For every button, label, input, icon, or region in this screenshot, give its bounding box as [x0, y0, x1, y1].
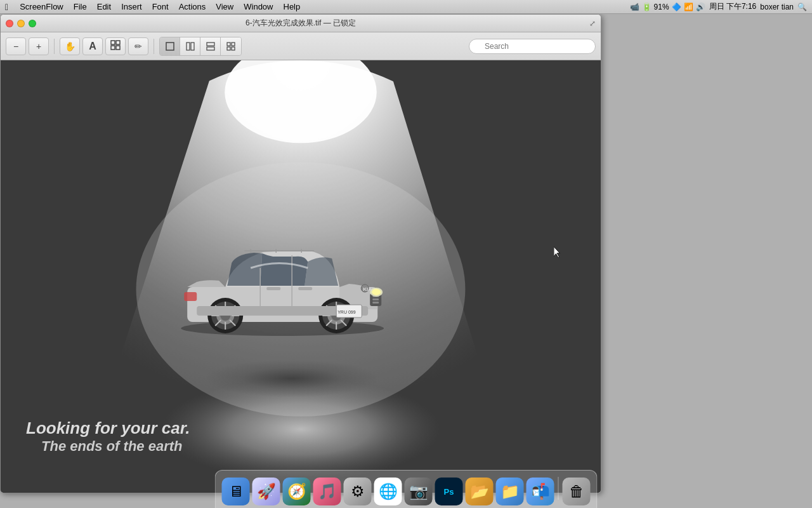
- desktop: [601, 14, 812, 493]
- main-window: 6-汽车光效完成效果.tif — 已锁定 ⤢ − + ✋ A: [0, 14, 601, 493]
- chrome-icon: 🌐: [379, 483, 398, 500]
- zoom-out-icon: −: [13, 41, 18, 51]
- dock-separator: [558, 477, 559, 500]
- volume-icon: 🔊: [696, 3, 705, 11]
- menubar:  ScreenFlow File Edit Insert Font Actio…: [0, 0, 812, 14]
- window-titlebar: 6-汽车光效完成效果.tif — 已锁定 ⤢: [1, 15, 601, 32]
- app2-icon: 📂: [470, 483, 489, 500]
- pan-button[interactable]: ✋: [60, 37, 80, 55]
- window-controls: [6, 20, 36, 27]
- menu-window[interactable]: Window: [239, 0, 278, 14]
- svg-rect-12: [232, 47, 235, 50]
- menu-insert[interactable]: Insert: [116, 0, 147, 14]
- dock-app1[interactable]: 📷: [405, 478, 433, 505]
- ad-tagline-1: Looking for your car.: [26, 418, 190, 438]
- svg-rect-33: [298, 287, 312, 290]
- svg-rect-9: [227, 43, 230, 46]
- minimize-button[interactable]: [17, 20, 25, 27]
- svg-rect-10: [232, 43, 235, 46]
- menu-actions[interactable]: Actions: [174, 0, 211, 14]
- svg-rect-4: [166, 43, 174, 50]
- svg-rect-5: [187, 43, 190, 50]
- dock-itunes[interactable]: 🎵: [313, 478, 341, 505]
- dock-chrome[interactable]: 🌐: [374, 478, 402, 505]
- sysprefs-icon: ⚙: [351, 483, 365, 500]
- maximize-button[interactable]: [29, 20, 36, 27]
- view-columns-button[interactable]: [180, 37, 200, 55]
- ad-tagline-2: The ends of the earth: [41, 438, 190, 455]
- menu-help[interactable]: Help: [278, 0, 306, 14]
- expand-button[interactable]: ⤢: [589, 19, 596, 28]
- battery-percent: 91%: [654, 3, 669, 11]
- hand-icon: ✋: [65, 41, 75, 51]
- app3-icon: 📬: [531, 483, 550, 500]
- pencil-icon: ✏: [134, 41, 142, 51]
- zoom-out-button[interactable]: −: [6, 37, 26, 55]
- menubar-right: 📹 🔋 91% 🔷 📶 🔊 周日 下午7:16 boxer tian 🔍: [630, 1, 807, 12]
- svg-rect-23: [372, 298, 379, 300]
- dock-safari[interactable]: 🧭: [283, 478, 311, 505]
- dock-app3[interactable]: 📬: [527, 478, 554, 505]
- ground-shadow: [203, 359, 381, 398]
- finder2-icon: 📁: [501, 483, 520, 500]
- svg-text:YRU 099: YRU 099: [337, 310, 356, 314]
- svg-rect-3: [116, 46, 120, 50]
- finder-icon: 🖥: [228, 483, 244, 500]
- username: boxer tian: [760, 3, 794, 11]
- text-button[interactable]: A: [82, 37, 103, 55]
- view-rows-button[interactable]: [200, 37, 221, 55]
- search-wrapper: 🔍: [469, 39, 596, 54]
- toolbar-separator-1: [54, 39, 55, 54]
- ad-text: Looking for your car. The ends of the ea…: [26, 418, 190, 455]
- menu-font[interactable]: Font: [147, 0, 174, 14]
- canvas-area: KIA: [1, 60, 601, 493]
- text-icon: A: [89, 41, 96, 52]
- car-image: KIA: [168, 211, 396, 338]
- datetime: 周日 下午7:16: [709, 1, 757, 12]
- safari-icon: 🧭: [287, 483, 306, 500]
- dock-finder[interactable]: 🖥: [222, 478, 250, 505]
- dock-photoshop[interactable]: Ps: [435, 478, 463, 505]
- svg-rect-24: [372, 302, 379, 304]
- window-title: 6-汽车光效完成效果.tif — 已锁定: [246, 18, 356, 29]
- zoom-in-button[interactable]: +: [29, 37, 49, 55]
- app1-icon: 📷: [409, 483, 428, 500]
- menu-edit[interactable]: Edit: [92, 0, 116, 14]
- dock-sysprefs[interactable]: ⚙: [344, 478, 372, 505]
- view-single-button[interactable]: [160, 37, 180, 55]
- launchpad-icon: 🚀: [257, 483, 276, 500]
- dock-trash[interactable]: 🗑: [563, 478, 591, 505]
- toolbar-separator-2: [154, 39, 154, 54]
- svg-rect-2: [111, 46, 115, 50]
- svg-point-16: [225, 60, 376, 143]
- select-button[interactable]: [105, 37, 126, 55]
- menu-screenflow[interactable]: ScreenFlow: [15, 0, 69, 14]
- svg-rect-8: [207, 47, 214, 50]
- wifi-icon: 📶: [684, 3, 693, 11]
- svg-point-26: [372, 289, 381, 295]
- battery-status-icon: 🔋: [642, 3, 652, 11]
- select-icon: [110, 40, 121, 52]
- svg-rect-0: [111, 41, 115, 44]
- menu-view[interactable]: View: [211, 0, 239, 14]
- search-input[interactable]: [469, 39, 596, 54]
- annotate-button[interactable]: ✏: [128, 37, 148, 55]
- dock-finder2[interactable]: 📁: [496, 478, 524, 505]
- spotlight-icon[interactable]: 🔍: [797, 3, 807, 11]
- svg-rect-11: [227, 47, 230, 50]
- itunes-icon: 🎵: [318, 483, 337, 500]
- svg-text:KIA: KIA: [363, 286, 372, 292]
- trash-icon: 🗑: [569, 483, 584, 500]
- close-button[interactable]: [6, 20, 13, 27]
- view-grid-button[interactable]: [221, 37, 241, 55]
- photoshop-icon: Ps: [444, 487, 454, 497]
- apple-menu[interactable]: : [5, 2, 8, 12]
- dock-app2[interactable]: 📂: [466, 478, 494, 505]
- view-mode-group: [159, 37, 242, 56]
- dock: 🖥 🚀 🧭 🎵 ⚙ 🌐 📷 Ps 📂 📁 📬 🗑: [215, 470, 598, 508]
- camcorder-icon: 📹: [630, 3, 639, 11]
- svg-rect-7: [207, 43, 214, 46]
- menu-file[interactable]: File: [69, 0, 92, 14]
- dock-launchpad[interactable]: 🚀: [252, 478, 280, 505]
- svg-rect-6: [191, 43, 194, 50]
